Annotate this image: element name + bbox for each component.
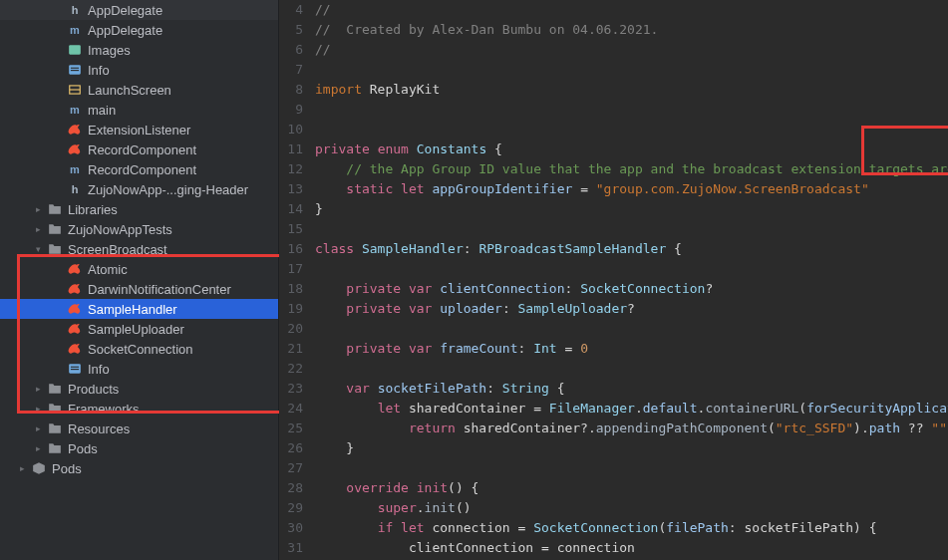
code-line[interactable]: 19 private var uploader: SampleUploader? [279, 299, 948, 319]
code-line[interactable]: 26 } [279, 438, 948, 458]
line-content[interactable]: private var uploader: SampleUploader? [315, 299, 948, 319]
code-editor[interactable]: 4//5// Created by Alex-Dan Bumbu on 04.0… [279, 0, 948, 560]
line-content[interactable]: return sharedContainer?.appendingPathCom… [315, 419, 948, 438]
line-content[interactable]: if let connection = SocketConnection(fil… [315, 518, 948, 538]
code-line[interactable]: 6// [279, 40, 948, 60]
code-line[interactable]: 11private enum Constants { [279, 140, 948, 159]
tree-item-images[interactable]: Images [0, 40, 278, 60]
tree-item-label: Info [88, 362, 110, 377]
line-content[interactable]: private var clientConnection: SocketConn… [315, 279, 948, 299]
code-line[interactable]: 22 [279, 359, 948, 379]
tree-item-frameworks[interactable]: Frameworks [0, 399, 278, 419]
chevron-icon[interactable] [32, 443, 44, 453]
line-content[interactable]: // Created by Alex-Dan Bumbu on 04.06.20… [315, 20, 948, 40]
line-content[interactable]: } [315, 438, 948, 458]
line-number: 16 [279, 239, 315, 259]
code-line[interactable]: 30 if let connection = SocketConnection(… [279, 518, 948, 538]
tree-item-libraries[interactable]: Libraries [0, 199, 278, 219]
code-line[interactable]: 27 [279, 458, 948, 478]
chevron-icon[interactable] [16, 463, 28, 473]
line-content[interactable] [315, 359, 948, 379]
tree-item-zujonowapptests[interactable]: ZujoNowAppTests [0, 219, 278, 239]
tree-item-pods[interactable]: Pods [0, 458, 278, 478]
line-content[interactable]: private enum Constants { [315, 140, 948, 159]
line-content[interactable]: override init() { [315, 478, 948, 498]
tree-item-appdelegate[interactable]: mAppDelegate [0, 20, 278, 40]
line-content[interactable]: // [315, 40, 948, 60]
line-content[interactable]: import ReplayKit [315, 80, 948, 100]
chevron-icon[interactable] [32, 224, 44, 234]
swift-icon [66, 262, 84, 276]
code-line[interactable]: 5// Created by Alex-Dan Bumbu on 04.06.2… [279, 20, 948, 40]
line-content[interactable] [315, 319, 948, 339]
tree-item-recordcomponent[interactable]: RecordComponent [0, 140, 278, 159]
chevron-icon[interactable] [32, 204, 44, 214]
line-content[interactable]: clientConnection = connection [315, 538, 948, 558]
chevron-icon[interactable] [32, 244, 44, 254]
line-content[interactable]: // [315, 0, 948, 20]
tree-item-label: ZujoNowAppTests [68, 222, 172, 237]
line-content[interactable] [315, 100, 948, 120]
tree-item-label: AppDelegate [88, 3, 162, 18]
line-content[interactable]: } [315, 199, 948, 219]
code-line[interactable]: 16class SampleHandler: RPBroadcastSample… [279, 239, 948, 259]
code-line[interactable]: 10 [279, 120, 948, 140]
tree-item-socketconnection[interactable]: SocketConnection [0, 339, 278, 359]
line-number: 18 [279, 279, 315, 299]
line-content[interactable] [315, 120, 948, 140]
tree-item-launchscreen[interactable]: LaunchScreen [0, 80, 278, 100]
code-line[interactable]: 15 [279, 219, 948, 239]
code-line[interactable]: 29 super.init() [279, 498, 948, 518]
line-content[interactable]: let sharedContainer = FileManager.defaul… [315, 399, 948, 419]
tree-item-resources[interactable]: Resources [0, 419, 278, 438]
tree-item-zujonowapp-ging-header[interactable]: hZujoNowApp-...ging-Header [0, 179, 278, 199]
line-content[interactable]: static let appGroupIdentifier = "group.c… [315, 179, 948, 199]
tree-item-info[interactable]: Info [0, 60, 278, 80]
line-number: 31 [279, 538, 315, 558]
code-line[interactable]: 31 clientConnection = connection [279, 538, 948, 558]
line-content[interactable]: // the App Group ID value that the app a… [315, 159, 948, 179]
code-line[interactable]: 25 return sharedContainer?.appendingPath… [279, 419, 948, 438]
code-line[interactable]: 28 override init() { [279, 478, 948, 498]
code-line[interactable]: 18 private var clientConnection: SocketC… [279, 279, 948, 299]
chevron-icon[interactable] [32, 384, 44, 394]
line-content[interactable]: super.init() [315, 498, 948, 518]
chevron-icon[interactable] [32, 423, 44, 433]
line-content[interactable]: var socketFilePath: String { [315, 379, 948, 399]
code-line[interactable]: 17 [279, 259, 948, 279]
line-content[interactable]: private var frameCount: Int = 0 [315, 339, 948, 359]
line-content[interactable] [315, 259, 948, 279]
tree-item-samplehandler[interactable]: SampleHandler [0, 299, 278, 319]
code-line[interactable]: 24 let sharedContainer = FileManager.def… [279, 399, 948, 419]
tree-item-pods[interactable]: Pods [0, 438, 278, 458]
code-line[interactable]: 9 [279, 100, 948, 120]
code-line[interactable]: 14} [279, 199, 948, 219]
tree-item-label: SampleHandler [88, 302, 177, 317]
line-content[interactable] [315, 458, 948, 478]
tree-item-extensionlistener[interactable]: ExtensionListener [0, 120, 278, 140]
swift-icon [66, 282, 84, 296]
code-line[interactable]: 7 [279, 60, 948, 80]
code-line[interactable]: 20 [279, 319, 948, 339]
tree-item-info[interactable]: Info [0, 359, 278, 379]
code-line[interactable]: 8import ReplayKit [279, 80, 948, 100]
tree-item-appdelegate[interactable]: hAppDelegate [0, 0, 278, 20]
code-line[interactable]: 13 static let appGroupIdentifier = "grou… [279, 179, 948, 199]
svg-rect-8 [71, 369, 79, 370]
tree-item-main[interactable]: mmain [0, 100, 278, 120]
tree-item-products[interactable]: Products [0, 379, 278, 399]
code-line[interactable]: 12 // the App Group ID value that the ap… [279, 159, 948, 179]
project-navigator[interactable]: hAppDelegatemAppDelegateImagesInfoLaunch… [0, 0, 279, 560]
code-line[interactable]: 23 var socketFilePath: String { [279, 379, 948, 399]
line-content[interactable]: class SampleHandler: RPBroadcastSampleHa… [315, 239, 948, 259]
tree-item-screenbroadcast[interactable]: ScreenBroadcast [0, 239, 278, 259]
code-line[interactable]: 21 private var frameCount: Int = 0 [279, 339, 948, 359]
tree-item-atomic[interactable]: Atomic [0, 259, 278, 279]
line-content[interactable] [315, 60, 948, 80]
line-content[interactable] [315, 219, 948, 239]
tree-item-recordcomponent[interactable]: mRecordComponent [0, 159, 278, 179]
chevron-icon[interactable] [32, 404, 44, 414]
tree-item-sampleuploader[interactable]: SampleUploader [0, 319, 278, 339]
tree-item-darwinnotificationcenter[interactable]: DarwinNotificationCenter [0, 279, 278, 299]
code-line[interactable]: 4// [279, 0, 948, 20]
